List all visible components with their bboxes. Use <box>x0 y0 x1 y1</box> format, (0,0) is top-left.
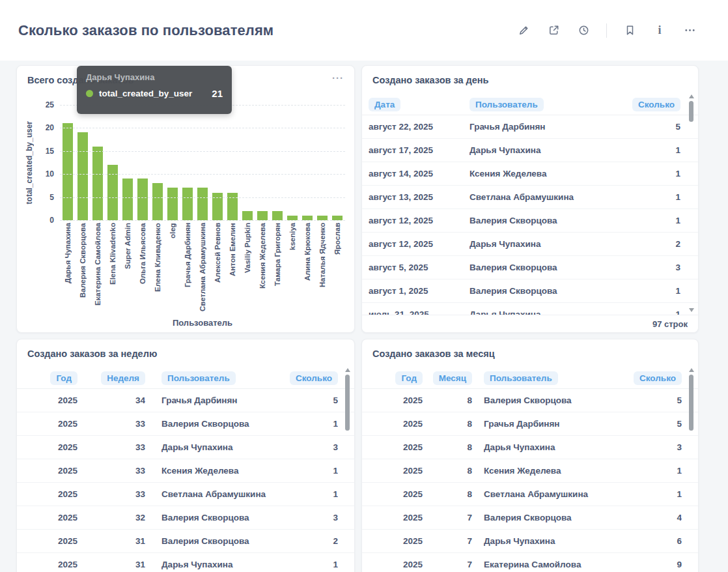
table-row[interactable]: 202531Валерия Скворцова2 <box>17 530 354 553</box>
table-row[interactable]: 20257Дарья Чупахина6 <box>362 530 698 553</box>
table-cell: 33 <box>77 442 145 452</box>
scroll-up-arrow-icon[interactable] <box>689 94 694 98</box>
table-row[interactable]: 202533Дарья Чупахина3 <box>17 436 354 459</box>
bar[interactable] <box>302 216 313 220</box>
table-row[interactable]: 20258Валерия Скворцова5 <box>362 389 698 412</box>
bar-column <box>300 105 315 220</box>
column-header-chip[interactable]: Пользователь <box>469 98 544 111</box>
scroll-up-arrow-icon[interactable] <box>689 368 694 372</box>
column-header-chip[interactable]: Месяц <box>433 371 472 385</box>
bookmark-icon[interactable] <box>623 23 637 38</box>
table-cell: Дарья Чупахина <box>469 239 628 249</box>
x-label-column: oleg <box>165 223 180 312</box>
bar[interactable] <box>332 216 343 220</box>
table-cell: 33 <box>77 466 145 476</box>
bar-chart: total_created_by_user 0510152025 Дарья Ч… <box>17 89 354 328</box>
table-cell: Ксения Жеделева <box>469 169 628 179</box>
column-header-chip[interactable]: Год <box>50 371 77 385</box>
x-axis-label: Грачья Дарбинян <box>184 223 191 312</box>
table-row[interactable]: август 14, 2025Ксения Жеделева1 <box>362 162 698 186</box>
bar[interactable] <box>197 188 208 220</box>
x-axis-label: Тамара Григорян <box>273 223 281 312</box>
bar[interactable] <box>92 147 103 220</box>
table-cell: 2025 <box>380 513 423 522</box>
table-row[interactable]: 202534Грачья Дарбинян5 <box>17 389 354 412</box>
table-scrollbar[interactable] <box>688 94 695 312</box>
table-row[interactable]: 20257Екатерина Самойлова9 <box>362 553 698 572</box>
column-header-chip[interactable]: Год <box>395 371 423 385</box>
table-row[interactable]: 202533Валерия Скворцова1 <box>17 412 354 436</box>
table-row[interactable]: август 5, 2025Валерия Скворцова3 <box>362 256 698 279</box>
table-row[interactable]: 20258Ксения Жеделева1 <box>362 459 698 483</box>
bar[interactable] <box>317 216 328 220</box>
bar[interactable] <box>257 211 268 220</box>
bar[interactable] <box>287 216 298 220</box>
table-row[interactable]: 202531Дарья Чупахина1 <box>17 553 354 572</box>
row-count: 97 строк <box>652 319 688 329</box>
history-clock-icon[interactable] <box>576 23 591 38</box>
table-cell: 5 <box>286 395 338 405</box>
table-row[interactable]: август 17, 2025Дарья Чупахина1 <box>362 139 698 162</box>
table-row[interactable]: 202533Светлана Абрамушкина1 <box>17 483 354 506</box>
bar[interactable] <box>63 123 73 220</box>
table-row[interactable]: август 12, 2025Дарья Чупахина2 <box>362 233 698 256</box>
column-header: Дата <box>369 98 469 111</box>
bar[interactable] <box>242 211 253 220</box>
edit-pencil-icon[interactable] <box>516 23 531 38</box>
column-header-chip[interactable]: Сколько <box>290 371 338 385</box>
table-scrollbar[interactable] <box>688 368 695 572</box>
x-axis-label: Екатерина Самойлова <box>94 223 102 312</box>
card-menu-button[interactable]: ··· <box>332 75 344 81</box>
bar[interactable] <box>122 179 133 220</box>
column-header-chip[interactable]: Пользователь <box>161 371 236 385</box>
table-cell: август 5, 2025 <box>369 263 469 272</box>
x-axis-labels: Дарья ЧупахинаВалерия СкворцоваЕкатерина… <box>60 223 345 312</box>
table-row[interactable]: август 1, 2025Валерия Скворцова1 <box>362 279 698 303</box>
table-cell: 1 <box>286 560 338 569</box>
table-row[interactable]: 202533Ксения Жеделева1 <box>17 459 354 483</box>
bar-column <box>330 105 345 220</box>
table-row[interactable]: 20258Грачья Дарбинян5 <box>362 412 698 436</box>
table-scrollbar[interactable] <box>344 368 351 572</box>
scroll-down-arrow-icon[interactable] <box>689 308 694 312</box>
table-row[interactable]: август 13, 2025Светлана Абрамушкина1 <box>362 186 698 209</box>
gridline <box>60 220 345 221</box>
table-row[interactable]: август 12, 2025Валерия Скворцова1 <box>362 209 698 233</box>
bar[interactable] <box>272 211 283 220</box>
x-label-column: Наталья Ядченко <box>315 223 330 312</box>
scroll-up-arrow-icon[interactable] <box>345 368 350 372</box>
bar-column <box>255 105 270 220</box>
table-row[interactable]: 20258Дарья Чупахина3 <box>362 436 698 459</box>
info-icon[interactable]: i <box>652 23 667 38</box>
table-cell: 8 <box>423 395 472 405</box>
column-header-chip[interactable]: Неделя <box>101 371 145 385</box>
more-ellipsis-icon[interactable] <box>682 23 697 38</box>
x-label-column: Алексей Ревнов <box>210 223 225 312</box>
table-row[interactable]: 20258Светлана Абрамушкина1 <box>362 483 698 506</box>
y-tick-label: 20 <box>46 123 54 132</box>
column-header-chip[interactable]: Пользователь <box>484 371 558 385</box>
x-label-column: Грачья Дарбинян <box>180 223 195 312</box>
column-header-chip[interactable]: Дата <box>369 98 400 111</box>
table-row[interactable]: 202532Валерия Скворцова3 <box>17 506 354 530</box>
column-header-chip[interactable]: Сколько <box>634 371 682 385</box>
bar[interactable] <box>167 188 178 220</box>
share-icon[interactable] <box>546 23 561 38</box>
column-header-chip[interactable]: Сколько <box>632 98 680 111</box>
table-row[interactable]: 20257Валерия Скворцова4 <box>362 506 698 530</box>
bar[interactable] <box>137 179 148 220</box>
chart-tooltip: Дарья Чупахина total_created_by_user 21 <box>77 66 232 114</box>
scroll-thumb[interactable] <box>345 375 350 431</box>
table-row[interactable]: август 22, 2025Грачья Дарбинян5 <box>362 115 698 139</box>
bar[interactable] <box>182 188 193 220</box>
scroll-thumb[interactable] <box>689 375 693 431</box>
bar[interactable] <box>152 183 163 220</box>
table-header-row: ДатаПользовательСколько <box>362 94 698 115</box>
table-cell: 2025 <box>35 442 77 452</box>
x-label-column: Екатерина Самойлова <box>90 223 105 312</box>
scroll-thumb[interactable] <box>689 101 693 122</box>
x-label-column: Дарья Чупахина <box>60 223 75 312</box>
bar[interactable] <box>77 132 88 220</box>
y-tick-label: 10 <box>46 169 54 179</box>
bar[interactable] <box>107 165 118 220</box>
